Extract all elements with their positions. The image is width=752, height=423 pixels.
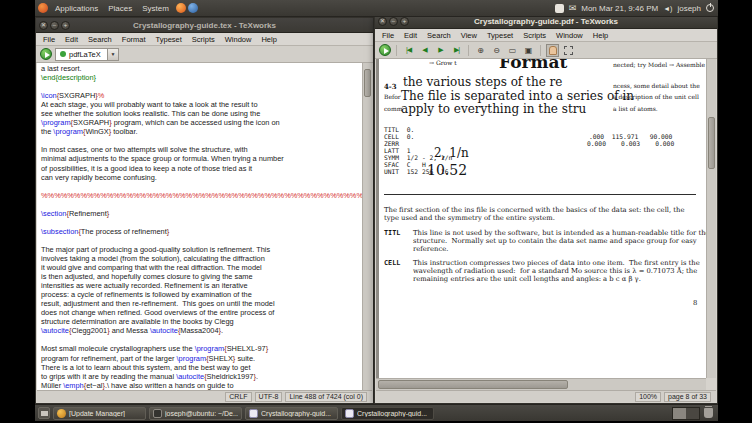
editor-titlebar[interactable]: ✕ – + Crystallography-guide.tex - TeXwor… [36,18,373,33]
source-line[interactable] [41,218,362,227]
source-line[interactable]: \autocite{Clegg2001} and Messa \autocite… [41,326,362,335]
session-power-icon[interactable] [706,4,714,12]
source-line[interactable]: \subsection{The process of refinement} [41,227,362,236]
source-line[interactable]: to grips with it are by reading the manu… [41,372,362,381]
source-line[interactable]: %%%%%%%%%%%%%%%%%%%%%%%%%%%%%%%%%%%%%%%%… [41,191,362,200]
source-line[interactable]: \end{description} [41,73,362,82]
editor-menu-search[interactable]: Search [83,35,117,44]
fit-width-icon[interactable]: ▭ [506,44,519,57]
fit-window-icon[interactable]: ▣ [522,44,535,57]
pdf-menu-file[interactable]: File [377,31,399,40]
zoom-in-icon[interactable]: ⊕ [474,44,487,57]
editor-menu-help[interactable]: Help [256,35,281,44]
maximize-button[interactable]: + [61,21,70,30]
typeset-button[interactable] [379,44,391,56]
source-line[interactable]: process: a cycle of refinements is follo… [41,290,362,299]
pdf-menu-typeset[interactable]: Typeset [482,31,518,40]
pdf-menu-window[interactable]: Window [551,31,588,40]
scrollbar-thumb[interactable] [378,380,568,389]
source-line[interactable]: At each stage, you will probably want to… [41,100,362,109]
firefox-launcher-icon[interactable] [176,3,186,13]
source-line[interactable]: \icon{SXGRAPH}% [41,91,362,100]
previous-page-icon[interactable]: ◀ [418,44,431,57]
clock[interactable]: Mon Mar 21, 9:46 PM [581,4,658,13]
source-line[interactable]: see whether the solution looks realistic… [41,109,362,118]
show-desktop-icon[interactable] [38,407,50,419]
editor-menu-scripts[interactable]: Scripts [187,35,220,44]
trash-icon[interactable] [704,408,713,418]
next-page-icon[interactable]: ▶ [434,44,447,57]
magnify-tool-icon[interactable] [562,44,575,57]
source-line[interactable] [41,236,362,245]
panel-menu-places[interactable]: Places [103,4,137,13]
taskbar-item[interactable]: [Update Manager] [53,407,146,420]
pdf-menu-search[interactable]: Search [422,31,456,40]
maximize-button[interactable]: + [400,17,409,26]
source-editor[interactable]: a last resort.\end{description} \icon{SX… [37,63,362,390]
first-page-icon[interactable]: |◀ [402,44,415,57]
hand-tool-icon[interactable] [546,44,559,57]
indicator-applet-icon[interactable] [555,4,564,13]
encoding-indicator[interactable]: UTF-8 [255,392,283,402]
source-line[interactable]: structure determination are available in… [41,317,362,326]
source-line[interactable]: intensities as were actually recorded. R… [41,281,362,290]
source-line[interactable] [41,136,362,145]
source-line[interactable] [41,335,362,344]
zoom-level-indicator[interactable]: 100% [635,392,661,402]
source-line[interactable]: can very rapidly become confusing. [41,173,362,182]
source-line[interactable]: \program{SXGRAPH} program, which can be … [41,118,362,127]
panel-menu-applications[interactable]: Applications [50,4,103,13]
help-launcher-icon[interactable] [188,3,198,13]
source-line[interactable]: the \program{WinGX} toolbar. [41,127,362,136]
minimize-button[interactable]: – [50,21,59,30]
editor-vertical-scrollbar[interactable] [362,63,372,390]
source-line[interactable]: does not change when refined. Good overv… [41,308,362,317]
source-line[interactable]: Most small molecule crystallographers us… [41,344,362,353]
source-line[interactable]: program for refinement, part of the larg… [41,354,362,363]
editor-menu-typeset[interactable]: Typeset [151,35,187,44]
source-line[interactable]: minimal adjustments to the space group o… [41,154,362,163]
workspace-1[interactable] [673,408,686,419]
pdf-vertical-scrollbar[interactable] [706,59,716,378]
pdf-menu-edit[interactable]: Edit [399,31,422,40]
minimize-button[interactable]: – [389,17,398,26]
editor-menu-window[interactable]: Window [220,35,257,44]
source-line[interactable]: is then adjusted, and hopefully comes cl… [41,272,362,281]
source-line[interactable] [41,182,362,191]
last-page-icon[interactable]: ▶| [450,44,463,57]
source-line[interactable]: involves taking a model (from the soluti… [41,254,362,263]
close-button[interactable]: ✕ [39,21,48,30]
zoom-out-icon[interactable]: ⊖ [490,44,503,57]
source-line[interactable]: result, adjustment and then re-refinemen… [41,299,362,308]
source-line[interactable] [41,82,362,91]
scrollbar-thumb[interactable] [364,69,371,97]
scrollbar-thumb[interactable] [708,117,715,169]
volume-icon[interactable]: ◄) [663,5,672,12]
source-line[interactable]: a last resort. [41,64,362,73]
close-button[interactable]: ✕ [378,17,387,26]
pdf-menu-scripts[interactable]: Scripts [518,31,551,40]
source-line[interactable] [41,200,362,209]
ubuntu-logo-icon[interactable] [38,3,48,13]
source-line[interactable]: The major part of producing a good-quali… [41,245,362,254]
editor-menu-edit[interactable]: Edit [60,35,83,44]
pdf-horizontal-scrollbar[interactable] [376,378,706,390]
taskbar-item[interactable]: joseph@ubuntu: ~/De... [149,407,242,420]
source-line[interactable]: \section{Refinement} [41,209,362,218]
pdf-menu-view[interactable]: View [456,31,482,40]
typeset-format-combo[interactable]: pdfLaTeX ▼ [55,48,119,61]
workspace-2[interactable] [686,408,699,419]
source-line[interactable]: of possibilities, it is a good idea to k… [41,164,362,173]
taskbar-item[interactable]: Crystallography-guid... [341,407,434,420]
editor-menu-file[interactable]: File [38,35,60,44]
source-line[interactable]: There is a lot to learn about this syste… [41,363,362,372]
source-line[interactable]: In most cases, one or two attempts will … [41,145,362,154]
user-menu[interactable]: joseph [677,4,701,13]
line-ending-indicator[interactable]: CRLF [225,392,251,402]
messaging-envelope-icon[interactable]: ✉ [569,4,577,13]
taskbar-item[interactable]: Crystallography-guid... [245,407,338,420]
pdf-page[interactable]: → Grow tFormatnected; try Model → Assemb… [379,59,706,378]
editor-menu-format[interactable]: Format [117,35,151,44]
source-line[interactable]: Müller \emph{et~al}.\ have also written … [41,381,362,390]
pdf-menu-help[interactable]: Help [588,31,613,40]
